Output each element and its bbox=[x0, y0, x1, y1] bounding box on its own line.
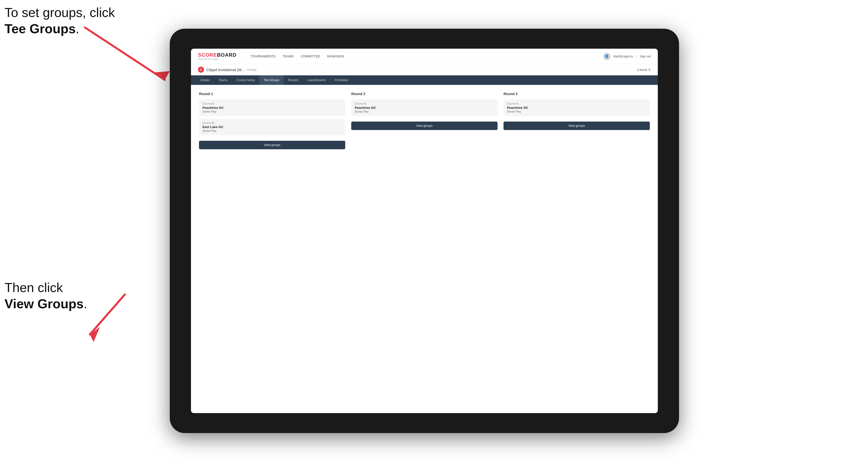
svg-marker-3 bbox=[90, 327, 100, 342]
svg-marker-1 bbox=[155, 71, 170, 80]
instruction-top-line1: To set groups, click bbox=[4, 5, 115, 20]
tab-results[interactable]: Results bbox=[284, 75, 303, 85]
svg-line-2 bbox=[90, 294, 125, 335]
round-2-course-a-format: Stroke Play bbox=[355, 110, 494, 113]
tab-teams[interactable]: Teams bbox=[214, 75, 232, 85]
nav-right: 👤 blair@clippd.io | Sign out bbox=[603, 53, 651, 60]
round-1-course-b-label: [Course B] bbox=[203, 122, 342, 124]
instruction-bottom-suffix: . bbox=[84, 297, 87, 311]
logo-text: SCOREBOARD bbox=[198, 52, 237, 58]
hosting-badge: Hosting bbox=[247, 68, 256, 71]
round-1-view-groups-button[interactable]: View groups bbox=[199, 141, 345, 149]
tablet-screen: SCOREBOARD Powered by clippit TOURNAMENT… bbox=[191, 49, 658, 413]
logo-board: BOARD bbox=[217, 52, 237, 58]
round-3-view-groups-button[interactable]: View groups bbox=[503, 122, 650, 130]
nav-committee[interactable]: COMMITTEE bbox=[301, 54, 320, 59]
round-3-course-a-format: Stroke Play bbox=[507, 110, 646, 113]
round-3-course-a-label: [Course A] bbox=[507, 102, 646, 105]
logo-score: SCORE bbox=[198, 52, 217, 58]
tab-bar: Details Teams Course Setup Tee Groups Re… bbox=[191, 75, 658, 85]
round-1-course-b-name: East Lake GC bbox=[203, 125, 342, 129]
round-3-title: Round 3 bbox=[503, 92, 650, 96]
round-1-course-b-format: Stroke Play bbox=[203, 129, 342, 132]
round-1-course-a-format: Stroke Play bbox=[203, 110, 342, 113]
nav-links: TOURNAMENTS TEAMS COMMITTEE RANKINGS bbox=[250, 54, 594, 59]
round-2-course-a-label: [Course A] bbox=[355, 102, 494, 105]
round-2-course-a-name: Peachtree GC bbox=[355, 106, 494, 110]
nav-tournaments[interactable]: TOURNAMENTS bbox=[250, 54, 275, 59]
round-2-view-groups-button[interactable]: View groups bbox=[351, 122, 498, 130]
tab-printables[interactable]: Printables bbox=[330, 75, 352, 85]
nav-bar: SCOREBOARD Powered by clippit TOURNAMENT… bbox=[191, 49, 658, 64]
instruction-bottom-line1: Then click bbox=[4, 280, 63, 295]
logo-sub: Powered by clippit bbox=[198, 58, 237, 60]
tournament-header: C Clippd Invitational (M... Hosting Canc… bbox=[191, 64, 658, 75]
round-1-column: Round 1 [Course A] Peachtree GC Stroke P… bbox=[199, 92, 345, 149]
logo-area: SCOREBOARD Powered by clippit bbox=[198, 52, 237, 60]
instruction-top: To set groups, click Tee Groups. bbox=[4, 4, 115, 37]
round-3-column: Round 3 [Course A] Peachtree GC Stroke P… bbox=[503, 92, 650, 149]
round-1-title: Round 1 bbox=[199, 92, 345, 96]
cancel-button[interactable]: Cancel ✕ bbox=[637, 68, 651, 72]
round-1-course-a-card: [Course A] Peachtree GC Stroke Play bbox=[199, 99, 345, 116]
tournament-logo: C bbox=[198, 67, 204, 73]
cancel-icon: ✕ bbox=[648, 68, 651, 72]
instruction-top-suffix: . bbox=[75, 22, 79, 36]
instruction-bottom-bold: View Groups bbox=[4, 297, 84, 311]
instruction-bottom: Then click View Groups. bbox=[4, 280, 87, 312]
tab-tee-groups[interactable]: Tee Groups bbox=[259, 75, 284, 85]
tournament-name: Clippd Invitational (M... bbox=[207, 68, 245, 72]
main-content: Round 1 [Course A] Peachtree GC Stroke P… bbox=[191, 85, 658, 413]
tab-details[interactable]: Details bbox=[196, 75, 214, 85]
user-avatar: 👤 bbox=[603, 53, 610, 60]
user-email: blair@clippd.io bbox=[613, 55, 633, 58]
round-3-course-a-name: Peachtree GC bbox=[507, 106, 646, 110]
instruction-top-bold: Tee Groups bbox=[4, 22, 75, 36]
rounds-container: Round 1 [Course A] Peachtree GC Stroke P… bbox=[199, 92, 650, 149]
round-2-title: Round 2 bbox=[351, 92, 498, 96]
round-2-column: Round 2 [Course A] Peachtree GC Stroke P… bbox=[351, 92, 498, 149]
round-1-course-a-name: Peachtree GC bbox=[203, 106, 342, 110]
nav-rankings[interactable]: RANKINGS bbox=[327, 54, 344, 59]
round-2-course-a-card: [Course A] Peachtree GC Stroke Play bbox=[351, 99, 498, 116]
tournament-title: C Clippd Invitational (M... Hosting bbox=[198, 67, 256, 73]
sign-out-link[interactable]: Sign out bbox=[640, 55, 651, 58]
tab-course-setup[interactable]: Course Setup bbox=[232, 75, 259, 85]
tablet-device: SCOREBOARD Powered by clippit TOURNAMENT… bbox=[170, 29, 679, 433]
round-1-course-a-label: [Course A] bbox=[203, 102, 342, 105]
tab-leaderboards[interactable]: Leaderboards bbox=[303, 75, 330, 85]
round-1-course-b-card: [Course B] East Lake GC Stroke Play bbox=[199, 119, 345, 135]
cancel-label: Cancel bbox=[637, 68, 647, 72]
nav-teams[interactable]: TEAMS bbox=[283, 54, 294, 59]
round-3-course-a-card: [Course A] Peachtree GC Stroke Play bbox=[503, 99, 650, 116]
